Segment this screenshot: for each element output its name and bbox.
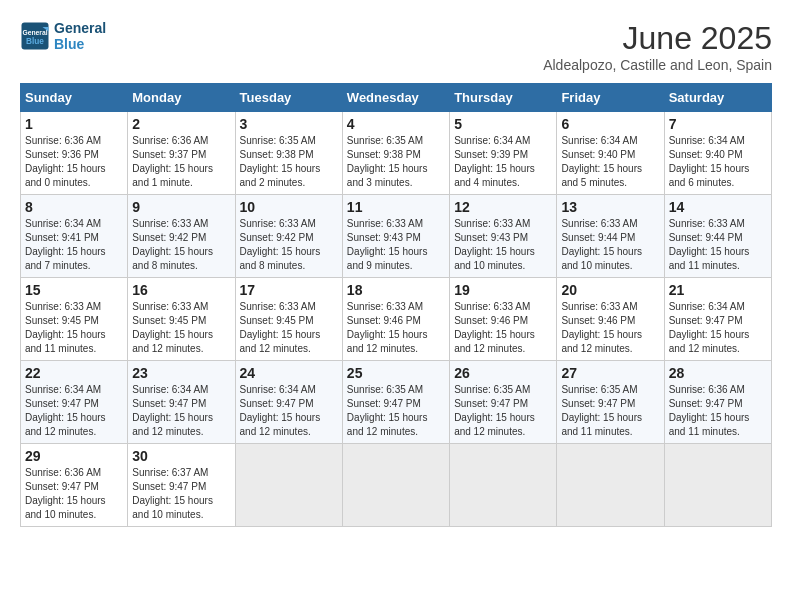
day-number: 3	[240, 116, 338, 132]
day-info: Sunrise: 6:35 AM Sunset: 9:38 PM Dayligh…	[347, 134, 445, 190]
calendar-week-row: 29Sunrise: 6:36 AM Sunset: 9:47 PM Dayli…	[21, 444, 772, 527]
logo: General Blue General Blue	[20, 20, 106, 52]
day-info: Sunrise: 6:34 AM Sunset: 9:47 PM Dayligh…	[132, 383, 230, 439]
day-number: 9	[132, 199, 230, 215]
column-header-friday: Friday	[557, 84, 664, 112]
day-number: 5	[454, 116, 552, 132]
day-info: Sunrise: 6:33 AM Sunset: 9:44 PM Dayligh…	[669, 217, 767, 273]
day-number: 21	[669, 282, 767, 298]
day-number: 14	[669, 199, 767, 215]
calendar-cell: 9Sunrise: 6:33 AM Sunset: 9:42 PM Daylig…	[128, 195, 235, 278]
day-info: Sunrise: 6:36 AM Sunset: 9:36 PM Dayligh…	[25, 134, 123, 190]
calendar-cell: 2Sunrise: 6:36 AM Sunset: 9:37 PM Daylig…	[128, 112, 235, 195]
day-number: 6	[561, 116, 659, 132]
day-info: Sunrise: 6:35 AM Sunset: 9:47 PM Dayligh…	[454, 383, 552, 439]
day-number: 15	[25, 282, 123, 298]
logo-icon: General Blue	[20, 21, 50, 51]
calendar-cell: 25Sunrise: 6:35 AM Sunset: 9:47 PM Dayli…	[342, 361, 449, 444]
day-number: 28	[669, 365, 767, 381]
day-number: 30	[132, 448, 230, 464]
day-number: 19	[454, 282, 552, 298]
column-header-wednesday: Wednesday	[342, 84, 449, 112]
day-info: Sunrise: 6:34 AM Sunset: 9:39 PM Dayligh…	[454, 134, 552, 190]
column-header-saturday: Saturday	[664, 84, 771, 112]
calendar-cell: 27Sunrise: 6:35 AM Sunset: 9:47 PM Dayli…	[557, 361, 664, 444]
day-info: Sunrise: 6:35 AM Sunset: 9:47 PM Dayligh…	[561, 383, 659, 439]
day-info: Sunrise: 6:33 AM Sunset: 9:42 PM Dayligh…	[132, 217, 230, 273]
calendar-cell: 23Sunrise: 6:34 AM Sunset: 9:47 PM Dayli…	[128, 361, 235, 444]
calendar-cell: 28Sunrise: 6:36 AM Sunset: 9:47 PM Dayli…	[664, 361, 771, 444]
calendar-cell: 19Sunrise: 6:33 AM Sunset: 9:46 PM Dayli…	[450, 278, 557, 361]
calendar-cell: 16Sunrise: 6:33 AM Sunset: 9:45 PM Dayli…	[128, 278, 235, 361]
logo-text-line2: Blue	[54, 36, 106, 52]
calendar-cell: 11Sunrise: 6:33 AM Sunset: 9:43 PM Dayli…	[342, 195, 449, 278]
calendar-cell: 5Sunrise: 6:34 AM Sunset: 9:39 PM Daylig…	[450, 112, 557, 195]
calendar-cell	[450, 444, 557, 527]
calendar-cell: 22Sunrise: 6:34 AM Sunset: 9:47 PM Dayli…	[21, 361, 128, 444]
calendar-week-row: 15Sunrise: 6:33 AM Sunset: 9:45 PM Dayli…	[21, 278, 772, 361]
calendar-cell: 17Sunrise: 6:33 AM Sunset: 9:45 PM Dayli…	[235, 278, 342, 361]
calendar-cell	[664, 444, 771, 527]
day-number: 27	[561, 365, 659, 381]
day-info: Sunrise: 6:36 AM Sunset: 9:47 PM Dayligh…	[669, 383, 767, 439]
day-number: 22	[25, 365, 123, 381]
calendar-cell: 30Sunrise: 6:37 AM Sunset: 9:47 PM Dayli…	[128, 444, 235, 527]
day-info: Sunrise: 6:33 AM Sunset: 9:46 PM Dayligh…	[561, 300, 659, 356]
column-header-monday: Monday	[128, 84, 235, 112]
day-info: Sunrise: 6:33 AM Sunset: 9:42 PM Dayligh…	[240, 217, 338, 273]
calendar-cell: 26Sunrise: 6:35 AM Sunset: 9:47 PM Dayli…	[450, 361, 557, 444]
calendar-header-row: SundayMondayTuesdayWednesdayThursdayFrid…	[21, 84, 772, 112]
header: General Blue General Blue June 2025 Alde…	[20, 20, 772, 73]
day-number: 13	[561, 199, 659, 215]
calendar-cell: 21Sunrise: 6:34 AM Sunset: 9:47 PM Dayli…	[664, 278, 771, 361]
logo-text-line1: General	[54, 20, 106, 36]
calendar-cell: 13Sunrise: 6:33 AM Sunset: 9:44 PM Dayli…	[557, 195, 664, 278]
day-info: Sunrise: 6:34 AM Sunset: 9:40 PM Dayligh…	[669, 134, 767, 190]
day-info: Sunrise: 6:36 AM Sunset: 9:37 PM Dayligh…	[132, 134, 230, 190]
day-number: 20	[561, 282, 659, 298]
calendar-week-row: 1Sunrise: 6:36 AM Sunset: 9:36 PM Daylig…	[21, 112, 772, 195]
calendar-cell: 7Sunrise: 6:34 AM Sunset: 9:40 PM Daylig…	[664, 112, 771, 195]
day-number: 25	[347, 365, 445, 381]
calendar-table: SundayMondayTuesdayWednesdayThursdayFrid…	[20, 83, 772, 527]
day-info: Sunrise: 6:33 AM Sunset: 9:46 PM Dayligh…	[454, 300, 552, 356]
day-info: Sunrise: 6:34 AM Sunset: 9:47 PM Dayligh…	[669, 300, 767, 356]
day-info: Sunrise: 6:34 AM Sunset: 9:47 PM Dayligh…	[25, 383, 123, 439]
day-number: 1	[25, 116, 123, 132]
calendar-week-row: 22Sunrise: 6:34 AM Sunset: 9:47 PM Dayli…	[21, 361, 772, 444]
calendar-cell: 20Sunrise: 6:33 AM Sunset: 9:46 PM Dayli…	[557, 278, 664, 361]
day-info: Sunrise: 6:36 AM Sunset: 9:47 PM Dayligh…	[25, 466, 123, 522]
day-number: 24	[240, 365, 338, 381]
calendar-cell: 8Sunrise: 6:34 AM Sunset: 9:41 PM Daylig…	[21, 195, 128, 278]
day-info: Sunrise: 6:34 AM Sunset: 9:41 PM Dayligh…	[25, 217, 123, 273]
day-info: Sunrise: 6:37 AM Sunset: 9:47 PM Dayligh…	[132, 466, 230, 522]
day-number: 2	[132, 116, 230, 132]
day-number: 4	[347, 116, 445, 132]
day-info: Sunrise: 6:33 AM Sunset: 9:44 PM Dayligh…	[561, 217, 659, 273]
location-subtitle: Aldealpozo, Castille and Leon, Spain	[543, 57, 772, 73]
day-number: 18	[347, 282, 445, 298]
calendar-cell: 3Sunrise: 6:35 AM Sunset: 9:38 PM Daylig…	[235, 112, 342, 195]
calendar-week-row: 8Sunrise: 6:34 AM Sunset: 9:41 PM Daylig…	[21, 195, 772, 278]
day-number: 29	[25, 448, 123, 464]
day-info: Sunrise: 6:35 AM Sunset: 9:38 PM Dayligh…	[240, 134, 338, 190]
calendar-cell: 29Sunrise: 6:36 AM Sunset: 9:47 PM Dayli…	[21, 444, 128, 527]
day-number: 8	[25, 199, 123, 215]
day-number: 26	[454, 365, 552, 381]
day-info: Sunrise: 6:33 AM Sunset: 9:45 PM Dayligh…	[240, 300, 338, 356]
day-number: 23	[132, 365, 230, 381]
day-number: 10	[240, 199, 338, 215]
day-number: 7	[669, 116, 767, 132]
calendar-cell: 1Sunrise: 6:36 AM Sunset: 9:36 PM Daylig…	[21, 112, 128, 195]
day-number: 16	[132, 282, 230, 298]
calendar-cell: 14Sunrise: 6:33 AM Sunset: 9:44 PM Dayli…	[664, 195, 771, 278]
calendar-cell: 24Sunrise: 6:34 AM Sunset: 9:47 PM Dayli…	[235, 361, 342, 444]
day-info: Sunrise: 6:33 AM Sunset: 9:43 PM Dayligh…	[454, 217, 552, 273]
calendar-cell	[342, 444, 449, 527]
month-year-title: June 2025	[543, 20, 772, 57]
calendar-cell: 15Sunrise: 6:33 AM Sunset: 9:45 PM Dayli…	[21, 278, 128, 361]
calendar-cell	[557, 444, 664, 527]
calendar-cell	[235, 444, 342, 527]
calendar-cell: 18Sunrise: 6:33 AM Sunset: 9:46 PM Dayli…	[342, 278, 449, 361]
column-header-tuesday: Tuesday	[235, 84, 342, 112]
